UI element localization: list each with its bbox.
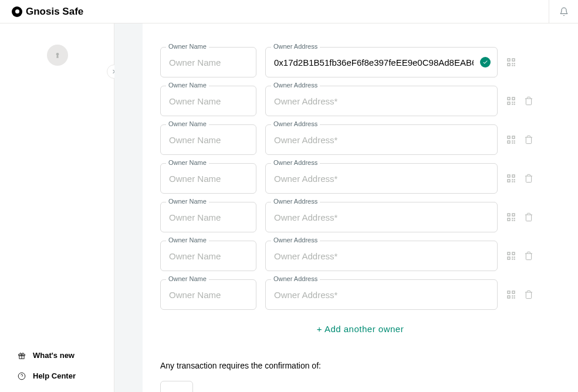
owner-address-label: Owner Address [271, 236, 320, 244]
svg-rect-54 [512, 220, 513, 221]
owner-row: Owner Name Owner Address [160, 279, 560, 310]
whats-new-label: What's new [33, 351, 75, 360]
svg-rect-55 [514, 220, 515, 221]
owner-address-input[interactable] [265, 241, 498, 271]
owner-name-input[interactable] [160, 202, 256, 232]
owner-row-actions [506, 58, 516, 67]
svg-rect-24 [512, 104, 513, 105]
svg-rect-31 [508, 141, 510, 143]
add-owner-button[interactable]: + Add another owner [160, 310, 560, 343]
owner-name-input[interactable] [160, 47, 256, 77]
sidebar-whats-new[interactable]: What's new [0, 345, 114, 366]
owner-address-input[interactable] [265, 124, 498, 155]
owner-address-group: Owner Address [265, 163, 498, 194]
svg-rect-19 [513, 98, 515, 100]
delete-owner-button[interactable] [524, 174, 533, 183]
owner-name-input[interactable] [160, 163, 256, 194]
svg-rect-27 [508, 137, 510, 138]
svg-rect-37 [508, 175, 510, 177]
svg-rect-51 [508, 219, 510, 221]
svg-rect-11 [508, 64, 510, 66]
delete-owner-button[interactable] [524, 212, 533, 222]
scan-qr-button[interactable] [506, 135, 516, 144]
owner-address-group: Owner Address [265, 241, 498, 271]
scan-qr-button[interactable] [506, 96, 516, 106]
owner-row-actions [506, 174, 533, 183]
owner-address-input[interactable] [265, 163, 498, 194]
qr-icon [506, 96, 516, 106]
owner-row-actions [506, 212, 533, 222]
delete-owner-button[interactable] [524, 290, 533, 299]
trash-icon [524, 251, 533, 261]
owner-row: Owner Name Owner Address [160, 241, 560, 271]
trash-icon [524, 290, 533, 299]
owner-name-input[interactable] [160, 241, 256, 271]
owner-row-actions [506, 135, 533, 144]
owner-address-label: Owner Address [271, 198, 320, 205]
svg-rect-13 [514, 63, 515, 64]
owner-name-input[interactable] [160, 279, 256, 310]
owner-row-actions [506, 290, 533, 299]
qr-icon [506, 174, 516, 183]
scan-qr-button[interactable] [506, 212, 516, 222]
scan-qr-button[interactable] [506, 290, 516, 299]
svg-rect-22 [512, 102, 513, 103]
svg-point-4 [18, 373, 25, 380]
sidebar-bottom: What's new Help Center [0, 339, 114, 392]
owner-address-input[interactable] [265, 279, 498, 310]
owner-name-input[interactable] [160, 124, 256, 155]
owner-name-group: Owner Name [160, 202, 256, 232]
delete-owner-button[interactable] [524, 135, 533, 144]
owner-address-group: Owner Address [265, 124, 498, 155]
confirmation-select[interactable]: 4 [160, 381, 193, 392]
svg-rect-71 [508, 296, 510, 298]
svg-rect-57 [508, 253, 510, 255]
owner-name-group: Owner Name [160, 279, 256, 310]
owner-address-input[interactable] [265, 202, 498, 232]
svg-rect-29 [513, 137, 515, 138]
svg-rect-62 [512, 256, 513, 258]
owners-card: Owner Name Owner Address Owner Name Owne… [143, 23, 578, 392]
gift-icon [18, 352, 26, 360]
svg-rect-53 [514, 218, 515, 219]
svg-rect-23 [514, 102, 515, 103]
sidebar-top [0, 23, 114, 77]
qr-icon [506, 251, 516, 261]
owner-name-label: Owner Name [166, 159, 209, 166]
svg-rect-35 [514, 143, 515, 144]
delete-owner-button[interactable] [524, 251, 533, 261]
svg-rect-32 [512, 140, 513, 141]
owner-name-input[interactable] [160, 86, 256, 116]
trash-icon [524, 96, 533, 106]
svg-rect-75 [514, 298, 515, 299]
bell-icon [559, 7, 569, 16]
svg-rect-41 [508, 180, 510, 182]
owner-address-input[interactable] [265, 47, 498, 77]
owner-address-group: Owner Address [265, 202, 498, 232]
owner-name-group: Owner Name [160, 241, 256, 271]
svg-rect-73 [514, 295, 515, 296]
owner-name-group: Owner Name [160, 86, 256, 116]
svg-rect-44 [512, 181, 513, 183]
owner-address-input[interactable] [265, 86, 498, 116]
delete-owner-button[interactable] [524, 96, 533, 106]
scan-qr-button[interactable] [506, 58, 516, 67]
owner-name-label: Owner Name [166, 43, 209, 50]
sidebar-help-center[interactable]: Help Center [0, 366, 114, 386]
svg-rect-14 [512, 65, 513, 66]
svg-rect-52 [512, 218, 513, 219]
owner-name-label: Owner Name [166, 120, 209, 127]
qr-icon [506, 58, 516, 67]
owner-address-group: Owner Address [265, 47, 498, 77]
owners-list: Owner Name Owner Address Owner Name Owne… [160, 47, 560, 310]
scan-qr-button[interactable] [506, 174, 516, 183]
owner-address-label: Owner Address [271, 275, 320, 282]
owner-address-group: Owner Address [265, 279, 498, 310]
trash-icon [524, 212, 533, 222]
safe-avatar[interactable] [47, 45, 68, 66]
notification-button[interactable] [549, 0, 578, 23]
scan-qr-button[interactable] [506, 251, 516, 261]
app-logo[interactable]: Gnosis Safe [12, 6, 83, 18]
owner-address-group: Owner Address [265, 86, 498, 116]
help-center-label: Help Center [33, 371, 76, 380]
